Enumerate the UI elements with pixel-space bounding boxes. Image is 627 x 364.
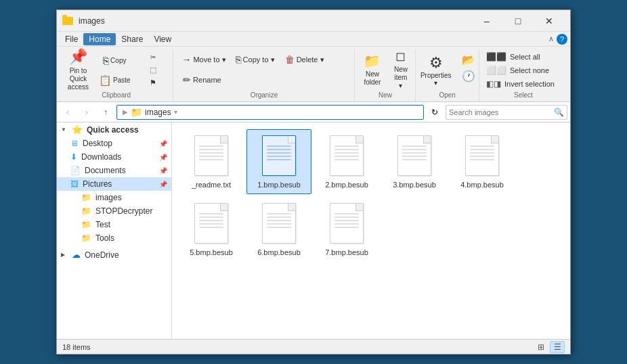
organize-label: Organize xyxy=(251,90,278,100)
file-name-readme: _readme.txt xyxy=(192,180,231,189)
file-grid-scroll[interactable]: _readme.txt 1.bmp.besub xyxy=(172,122,570,339)
menu-file[interactable]: File xyxy=(60,33,83,45)
delete-btn[interactable]: 🗑 Delete ▾ xyxy=(280,51,329,68)
delete-label: Delete ▾ xyxy=(297,55,324,64)
invert-selection-item[interactable]: ◧◨ Invert selection xyxy=(483,78,564,90)
onedrive-arrow: ▶ xyxy=(61,252,68,258)
pictures-label: Pictures xyxy=(83,179,112,189)
file-page-1bmp xyxy=(262,135,296,176)
file-item-2bmp[interactable]: 2.bmp.besub xyxy=(314,129,379,194)
sidebar-item-stopdecrypter[interactable]: 📁 STOPDecrypter xyxy=(57,204,171,218)
up-btn[interactable]: ↑ xyxy=(98,104,114,120)
copy-icon-row: ⎘Copy xyxy=(103,55,126,66)
sidebar-item-quick-access[interactable]: ▼ ⭐ Quick access xyxy=(57,122,171,137)
pin-label: Pin to Quickaccess xyxy=(68,67,89,91)
select-all-item[interactable]: ⬛⬛ Select all xyxy=(483,51,564,63)
ribbon-group-open: ⚙ Properties▾ 📂 🕐 Open xyxy=(416,49,479,101)
refresh-btn[interactable]: ↻ xyxy=(427,104,443,120)
rename-icon: ✏ xyxy=(183,74,191,85)
breadcrumb-separator: ▶ xyxy=(123,108,128,116)
sidebar-item-test[interactable]: 📁 Test xyxy=(57,218,171,231)
copy-to-btn[interactable]: ⎘ Copy to ▾ xyxy=(231,51,280,68)
properties-label: Properties▾ xyxy=(420,72,452,87)
ribbon-collapse-btn[interactable]: ∧ xyxy=(548,35,554,43)
address-path[interactable]: ▶ 📁 images ▾ xyxy=(116,105,424,120)
file-item-7bmp[interactable]: 7.bmp.besub xyxy=(314,197,379,262)
view-grid-btn[interactable]: ⊞ xyxy=(534,341,548,353)
paste-shortcut-icon: ⚑ xyxy=(150,78,156,87)
documents-pin: 📌 xyxy=(159,167,167,175)
main-content: ▼ ⭐ Quick access 🖥 Desktop 📌 ⬇ Downloads… xyxy=(57,122,570,339)
open-extra-btns: 📂 🕐 xyxy=(458,52,479,83)
file-icon-1bmp xyxy=(260,134,298,177)
quick-access-icon: ⭐ xyxy=(72,124,83,135)
file-icon-readme xyxy=(192,134,230,177)
new-folder-btn[interactable]: 📁 Newfolder xyxy=(358,51,387,89)
help-btn[interactable]: ? xyxy=(557,34,567,45)
select-none-item[interactable]: ⬜⬜ Select none xyxy=(483,64,564,76)
rename-inner: ✏ Rename xyxy=(183,74,221,85)
menu-bar: File Home Share View ∧ ? xyxy=(57,32,570,47)
file-item-1bmp[interactable]: 1.bmp.besub xyxy=(246,129,311,194)
copy-path-btn[interactable]: ⬚ xyxy=(136,64,170,76)
sidebar-item-tools[interactable]: 📁 Tools xyxy=(57,231,171,245)
clipboard-extra-btns: ✂ ⬚ ⚑ xyxy=(136,51,170,89)
sidebar-item-onedrive[interactable]: ▶ ☁ OneDrive xyxy=(57,248,171,262)
open-btn[interactable]: 📂 xyxy=(458,52,479,67)
menu-home[interactable]: Home xyxy=(83,33,116,45)
menu-share[interactable]: Share xyxy=(116,33,148,45)
file-item-4bmp[interactable]: 4.bmp.besub xyxy=(450,129,515,194)
cut-icon: ✂ xyxy=(150,53,156,61)
stopdecrypter-label: STOPDecrypter xyxy=(95,206,152,216)
tools-folder-label: Tools xyxy=(95,233,114,243)
status-bar: 18 items ⊞ ☰ xyxy=(57,339,570,354)
paste-btn[interactable]: 📋Paste xyxy=(95,70,135,90)
cut-btn[interactable]: ✂ xyxy=(136,51,170,64)
minimize-button[interactable]: – xyxy=(471,10,502,32)
select-all-icon: ⬛⬛ xyxy=(486,52,506,62)
explorer-window: images – □ ✕ File Home Share View ∧ ? 📌 … xyxy=(56,9,571,355)
back-btn[interactable]: ‹ xyxy=(60,104,76,120)
sidebar-item-images[interactable]: 📁 images xyxy=(57,191,171,204)
item-count: 18 items xyxy=(62,343,91,351)
file-lines-7 xyxy=(334,213,359,230)
copy-to-inner: ⎘ Copy to ▾ xyxy=(236,54,275,65)
sidebar-item-desktop[interactable]: 🖥 Desktop 📌 xyxy=(57,137,171,150)
file-page-4bmp xyxy=(465,135,499,176)
move-to-inner: → Move to ▾ xyxy=(181,54,225,65)
maximize-button[interactable]: □ xyxy=(502,10,534,32)
move-to-btn[interactable]: → Move to ▾ xyxy=(177,51,230,68)
search-box[interactable]: 🔍 xyxy=(446,105,567,120)
history-btn[interactable]: 🕐 xyxy=(458,68,479,83)
sidebar-item-downloads[interactable]: ⬇ Downloads 📌 xyxy=(57,150,171,164)
title-bar-icons xyxy=(62,17,73,25)
new-item-btn[interactable]: ◻ Newitem ▾ xyxy=(389,51,413,89)
view-list-btn[interactable]: ☰ xyxy=(550,341,565,353)
file-name-4bmp: 4.bmp.besub xyxy=(460,180,504,189)
file-item-6bmp[interactable]: 6.bmp.besub xyxy=(246,197,311,262)
file-item-3bmp[interactable]: 3.bmp.besub xyxy=(382,129,447,194)
close-button[interactable]: ✕ xyxy=(534,10,565,32)
file-lines xyxy=(199,145,223,162)
file-item-5bmp[interactable]: 5.bmp.besub xyxy=(179,197,244,262)
properties-btn[interactable]: ⚙ Properties▾ xyxy=(416,51,456,89)
sidebar-item-pictures[interactable]: 🖼 Pictures 📌 xyxy=(57,177,171,191)
file-item-readme[interactable]: _readme.txt xyxy=(179,129,244,194)
paste-shortcut-btn[interactable]: ⚑ xyxy=(136,76,170,89)
menu-view[interactable]: View xyxy=(148,33,177,45)
search-icon: 🔍 xyxy=(554,108,564,117)
open-label: Open xyxy=(439,90,455,100)
quick-access-label: Quick access xyxy=(87,125,139,135)
clipboard-small-btns: ⎘Copy 📋Paste xyxy=(95,51,135,90)
rename-btn[interactable]: ✏ Rename xyxy=(177,71,226,89)
images-folder-label: images xyxy=(95,193,122,202)
copy-btn[interactable]: ⎘Copy xyxy=(95,51,135,70)
pin-quick-access-btn[interactable]: 📌 Pin to Quickaccess xyxy=(63,51,93,89)
forward-btn[interactable]: › xyxy=(79,104,95,120)
select-all-label: Select all xyxy=(510,53,540,61)
path-text: images xyxy=(145,108,171,117)
search-input[interactable] xyxy=(449,108,554,116)
window-title: images xyxy=(73,16,471,26)
images-folder-icon: 📁 xyxy=(81,193,91,202)
sidebar-item-documents[interactable]: 📄 Documents 📌 xyxy=(57,164,171,177)
